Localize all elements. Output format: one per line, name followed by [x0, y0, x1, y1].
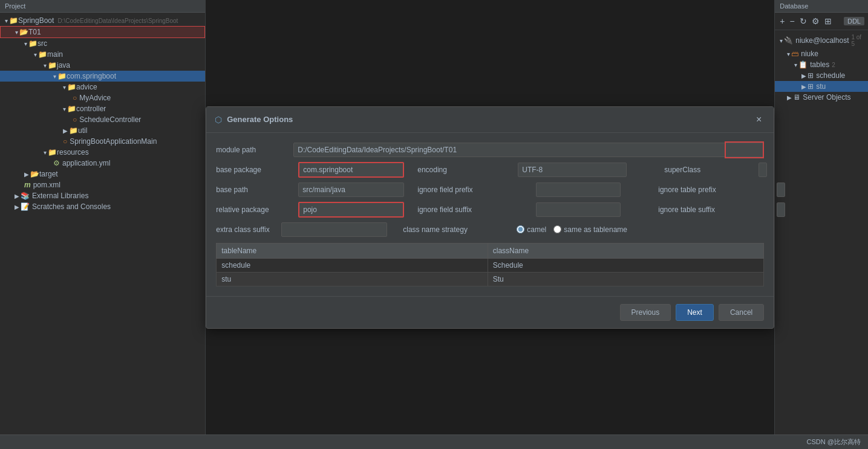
ignore-field-suffix-input[interactable]: [536, 202, 621, 217]
db-toolbar: + − ↻ ⚙ ⊞ DDL: [775, 13, 868, 30]
db-item-stu[interactable]: ▶ ⊞ stu: [775, 81, 868, 92]
row-table-name: stu: [217, 272, 488, 286]
radio-camel[interactable]: camel: [517, 225, 546, 234]
table-row[interactable]: schedule Schedule: [217, 258, 764, 272]
base-path-input[interactable]: [298, 183, 404, 197]
ddl-badge[interactable]: DDL: [844, 17, 864, 25]
module-path-input[interactable]: [293, 143, 764, 157]
encoding-label: encoding: [417, 166, 514, 174]
arrow-icon: ▾: [34, 51, 37, 58]
table-row[interactable]: stu Stu: [217, 272, 764, 286]
ignore-field-prefix-input[interactable]: [536, 183, 621, 197]
db-schema-button[interactable]: ⊞: [823, 15, 833, 27]
module-path-row: module path: [216, 143, 764, 157]
folder-icon: 📁: [67, 83, 76, 91]
arrow-icon: ▶: [801, 73, 806, 79]
tree-item-springbootmain[interactable]: ○ SpringBootApplicationMain: [0, 136, 205, 147]
folder-icon: 📁: [38, 50, 47, 59]
arrow-icon: ▾: [794, 62, 797, 68]
tree-label: java: [57, 61, 70, 69]
radio-camel-label: camel: [527, 225, 546, 234]
class-name-strategy-label: class name strategy: [403, 225, 512, 234]
arrow-icon: ▾: [780, 37, 783, 44]
db-refresh-button[interactable]: ↻: [798, 15, 808, 27]
tree-item-main[interactable]: ▾ 📁 main: [0, 49, 205, 60]
relative-package-label: relative package: [216, 205, 295, 214]
mapping-table: tableName className schedule Schedule st…: [216, 243, 764, 286]
db-minus-button[interactable]: −: [788, 15, 795, 27]
db-connection-label: niuke@localhost: [795, 36, 849, 45]
module-path-label: module path: [216, 146, 289, 154]
dialog-footer: Previous Next Cancel: [206, 296, 774, 328]
tree-label: T01: [28, 28, 41, 36]
database-panel: Database + − ↻ ⚙ ⊞ DDL ▾ 🔌 niuke@localho…: [774, 0, 868, 434]
db-item-server-objects[interactable]: ▶ 🖥 Server Objects: [775, 92, 868, 103]
relative-package-input[interactable]: [298, 202, 404, 218]
tree-item-util[interactable]: ▶ 📁 util: [0, 125, 205, 136]
previous-button[interactable]: Previous: [620, 304, 671, 321]
tree-label: resources: [57, 148, 89, 157]
folder-icon: 📁: [9, 16, 18, 25]
tree-label: External Libraries: [32, 192, 88, 200]
base-package-input[interactable]: [298, 162, 404, 178]
base-path-label: base path: [216, 186, 295, 194]
db-item-connection[interactable]: ▾ 🔌 niuke@localhost 1 of 5: [775, 33, 868, 48]
ignore-table-suffix-input[interactable]: [777, 202, 785, 217]
tree-item-schedulecontroller[interactable]: ○ ScheduleController: [0, 114, 205, 125]
folder-orange-icon: 📂: [30, 170, 39, 178]
next-button[interactable]: Next: [676, 304, 714, 321]
db-item-niuke[interactable]: ▾ 🗃 niuke: [775, 48, 868, 59]
tree-item-springboot[interactable]: ▾ 📁 SpringBoot D:\CodeEditingData\IdeaPr…: [0, 15, 205, 26]
tree-label: advice: [76, 83, 97, 91]
db-table-icon: ⊞: [808, 82, 814, 91]
extra-class-suffix-input[interactable]: [281, 222, 387, 237]
module-path-container: [293, 143, 764, 157]
tree-item-extlibs[interactable]: ▶ 📚 External Libraries: [0, 190, 205, 201]
arrow-icon: ▾: [24, 40, 27, 47]
tree-item-advice[interactable]: ▾ 📁 advice: [0, 82, 205, 92]
col-class-name: className: [488, 243, 763, 258]
maven-icon: m: [24, 181, 31, 189]
tree-item-t01[interactable]: ▾ 📂 T01: [0, 26, 205, 38]
db-table-label: stu: [816, 82, 826, 91]
db-settings-button[interactable]: ⚙: [811, 15, 821, 27]
arrow-icon: ▶: [15, 193, 19, 199]
radio-tablename-input[interactable]: [553, 225, 561, 233]
folder-icon: 📁: [48, 61, 57, 69]
tree-item-src[interactable]: ▾ 📁 src: [0, 38, 205, 49]
db-connect-icon: 🔌: [784, 36, 793, 45]
arrow-icon: ▶: [787, 94, 792, 101]
tree-item-com-springboot[interactable]: ▾ 📁 com.springboot: [0, 71, 205, 82]
arrow-icon: ▾: [44, 149, 47, 156]
tree-item-pomxml[interactable]: m pom.xml: [0, 179, 205, 190]
ignore-table-prefix-input[interactable]: [777, 183, 785, 197]
db-add-button[interactable]: +: [778, 15, 786, 27]
db-item-schedule[interactable]: ▶ ⊞ schedule: [775, 70, 868, 81]
tree-item-target[interactable]: ▶ 📂 target: [0, 169, 205, 179]
folder-orange-icon: 📂: [19, 28, 28, 36]
tree-item-myadvice[interactable]: ○ MyAdvice: [0, 92, 205, 103]
radio-same-as-tablename[interactable]: same as tablename: [553, 225, 627, 234]
dialog-close-button[interactable]: ×: [752, 113, 765, 126]
db-table-icon: ⊞: [808, 71, 814, 80]
tree-item-appyml[interactable]: ⚙ application.yml: [0, 158, 205, 169]
tree-item-java[interactable]: ▾ 📁 java: [0, 60, 205, 71]
yml-icon: ⚙: [53, 159, 60, 167]
tree-item-controller[interactable]: ▾ 📁 controller: [0, 103, 205, 114]
superclass-input[interactable]: [759, 163, 767, 177]
folder-icon: 📁: [67, 105, 76, 113]
db-item-tables[interactable]: ▾ 📋 tables 2: [775, 59, 868, 70]
cancel-button[interactable]: Cancel: [719, 304, 764, 321]
arrow-icon: ▾: [63, 84, 66, 91]
folder-icon: 📁: [69, 126, 78, 135]
database-header: Database: [775, 0, 868, 13]
java-icon: ○: [73, 94, 77, 102]
encoding-input[interactable]: [518, 163, 627, 177]
watermark: CSDN @比尔高特: [807, 438, 861, 447]
radio-camel-input[interactable]: [517, 225, 524, 233]
tree-label: util: [78, 126, 87, 135]
tree-item-resources[interactable]: ▾ 📁 resources: [0, 147, 205, 158]
row-table-name: schedule: [217, 258, 488, 272]
db-table-label: schedule: [816, 71, 845, 80]
tree-item-scratches[interactable]: ▶ 📝 Scratches and Consoles: [0, 201, 205, 212]
